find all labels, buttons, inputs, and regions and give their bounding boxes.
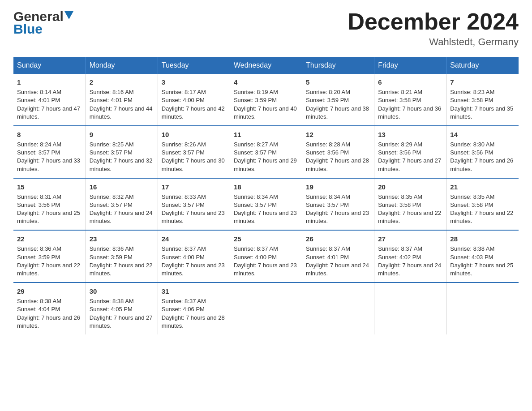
sunrise-label: Sunrise: 8:37 AM: [234, 245, 278, 252]
table-row: 4Sunrise: 8:19 AMSunset: 3:59 PMDaylight…: [230, 74, 302, 126]
sunset-label: Sunset: 3:58 PM: [450, 97, 493, 103]
sunset-label: Sunset: 3:57 PM: [90, 149, 133, 156]
sunrise-label: Sunrise: 8:20 AM: [306, 89, 350, 95]
table-row: 23Sunrise: 8:36 AMSunset: 3:59 PMDayligh…: [86, 230, 158, 283]
daylight-label: Daylight: 7 hours and 47 minutes.: [17, 105, 80, 120]
col-sunday: Sunday: [13, 57, 86, 74]
sunset-label: Sunset: 4:01 PM: [306, 254, 349, 261]
logo-arrow-icon: [64, 11, 73, 20]
sunrise-label: Sunrise: 8:31 AM: [17, 193, 61, 200]
sunset-label: Sunset: 3:59 PM: [306, 97, 349, 103]
svg-marker-0: [64, 11, 73, 19]
sunset-label: Sunset: 3:58 PM: [378, 97, 421, 103]
day-number: 12: [306, 130, 370, 139]
col-monday: Monday: [86, 57, 158, 74]
logo: General Blue: [13, 9, 73, 37]
sunrise-label: Sunrise: 8:26 AM: [162, 141, 206, 148]
calendar-week-1: 1Sunrise: 8:14 AMSunset: 4:01 PMDaylight…: [13, 74, 519, 126]
daylight-label: Daylight: 7 hours and 27 minutes.: [90, 314, 153, 329]
sunset-label: Sunset: 3:56 PM: [306, 149, 349, 156]
day-number: 18: [234, 182, 298, 192]
sunset-label: Sunset: 4:00 PM: [234, 254, 277, 261]
daylight-label: Daylight: 7 hours and 23 minutes.: [306, 210, 369, 224]
table-row: 16Sunrise: 8:32 AMSunset: 3:57 PMDayligh…: [86, 178, 158, 231]
logo-blue-text: Blue: [13, 21, 43, 37]
daylight-label: Daylight: 7 hours and 23 minutes.: [162, 210, 225, 224]
table-row: 18Sunrise: 8:34 AMSunset: 3:57 PMDayligh…: [230, 178, 302, 231]
sunrise-label: Sunrise: 8:37 AM: [162, 245, 206, 252]
sunrise-label: Sunrise: 8:25 AM: [90, 141, 134, 148]
table-row: 10Sunrise: 8:26 AMSunset: 3:57 PMDayligh…: [158, 126, 230, 178]
day-number: 13: [378, 130, 442, 139]
day-number: 15: [17, 182, 82, 192]
sunrise-label: Sunrise: 8:24 AM: [17, 141, 61, 148]
sunrise-label: Sunrise: 8:17 AM: [162, 89, 206, 95]
daylight-label: Daylight: 7 hours and 24 minutes.: [378, 262, 441, 277]
daylight-label: Daylight: 7 hours and 40 minutes.: [234, 105, 297, 120]
table-row: [374, 283, 446, 334]
calendar-week-4: 22Sunrise: 8:36 AMSunset: 3:59 PMDayligh…: [13, 230, 519, 283]
day-number: 23: [90, 234, 154, 244]
sunrise-label: Sunrise: 8:29 AM: [378, 141, 422, 148]
sunrise-label: Sunrise: 8:21 AM: [378, 89, 422, 95]
daylight-label: Daylight: 7 hours and 25 minutes.: [17, 210, 80, 224]
day-number: 31: [162, 287, 226, 296]
table-row: 29Sunrise: 8:38 AMSunset: 4:04 PMDayligh…: [13, 283, 86, 334]
sunrise-label: Sunrise: 8:37 AM: [306, 245, 350, 252]
sunset-label: Sunset: 3:56 PM: [17, 201, 60, 208]
sunrise-label: Sunrise: 8:23 AM: [450, 89, 494, 95]
daylight-label: Daylight: 7 hours and 33 minutes.: [17, 157, 80, 172]
sunset-label: Sunset: 3:59 PM: [90, 254, 133, 261]
sunset-label: Sunset: 3:56 PM: [378, 149, 421, 156]
day-number: 29: [17, 287, 82, 296]
day-number: 5: [306, 77, 370, 87]
col-thursday: Thursday: [302, 57, 374, 74]
day-number: 26: [306, 234, 370, 244]
daylight-label: Daylight: 7 hours and 28 minutes.: [162, 314, 225, 329]
daylight-label: Daylight: 7 hours and 22 minutes.: [17, 262, 80, 277]
daylight-label: Daylight: 7 hours and 22 minutes.: [378, 210, 441, 224]
sunrise-label: Sunrise: 8:30 AM: [450, 141, 494, 148]
sunset-label: Sunset: 4:00 PM: [162, 97, 205, 103]
sunset-label: Sunset: 3:57 PM: [234, 201, 277, 208]
sunset-label: Sunset: 3:57 PM: [17, 149, 60, 156]
day-number: 16: [90, 182, 154, 192]
day-number: 25: [234, 234, 298, 244]
table-row: 9Sunrise: 8:25 AMSunset: 3:57 PMDaylight…: [86, 126, 158, 178]
daylight-label: Daylight: 7 hours and 24 minutes.: [306, 262, 369, 277]
sunset-label: Sunset: 4:01 PM: [90, 97, 133, 103]
daylight-label: Daylight: 7 hours and 35 minutes.: [450, 105, 513, 120]
day-number: 20: [378, 182, 442, 192]
sunrise-label: Sunrise: 8:35 AM: [450, 193, 494, 200]
calendar-week-3: 15Sunrise: 8:31 AMSunset: 3:56 PMDayligh…: [13, 178, 519, 231]
daylight-label: Daylight: 7 hours and 23 minutes.: [234, 262, 297, 277]
table-row: 15Sunrise: 8:31 AMSunset: 3:56 PMDayligh…: [13, 178, 86, 231]
day-number: 22: [17, 234, 82, 244]
day-number: 9: [90, 130, 154, 139]
day-number: 30: [90, 287, 154, 296]
month-title: December 2024: [348, 9, 519, 34]
sunset-label: Sunset: 4:06 PM: [162, 306, 205, 313]
table-row: 11Sunrise: 8:27 AMSunset: 3:57 PMDayligh…: [230, 126, 302, 178]
page-header: General Blue December 2024 Wahlstedt, Ge…: [13, 9, 519, 48]
daylight-label: Daylight: 7 hours and 44 minutes.: [90, 105, 153, 120]
daylight-label: Daylight: 7 hours and 22 minutes.: [90, 262, 153, 277]
table-row: 5Sunrise: 8:20 AMSunset: 3:59 PMDaylight…: [302, 74, 374, 126]
day-number: 8: [17, 130, 82, 139]
sunset-label: Sunset: 3:57 PM: [162, 149, 205, 156]
table-row: 12Sunrise: 8:28 AMSunset: 3:56 PMDayligh…: [302, 126, 374, 178]
sunrise-label: Sunrise: 8:37 AM: [378, 245, 422, 252]
table-row: 27Sunrise: 8:37 AMSunset: 4:02 PMDayligh…: [374, 230, 446, 283]
sunrise-label: Sunrise: 8:34 AM: [306, 193, 350, 200]
sunrise-label: Sunrise: 8:33 AM: [162, 193, 206, 200]
day-number: 11: [234, 130, 298, 139]
col-friday: Friday: [374, 57, 446, 74]
sunrise-label: Sunrise: 8:37 AM: [162, 298, 206, 304]
title-section: December 2024 Wahlstedt, Germany: [348, 9, 519, 48]
table-row: [302, 283, 374, 334]
daylight-label: Daylight: 7 hours and 24 minutes.: [90, 210, 153, 224]
table-row: 6Sunrise: 8:21 AMSunset: 3:58 PMDaylight…: [374, 74, 446, 126]
sunset-label: Sunset: 3:57 PM: [162, 201, 205, 208]
sunrise-label: Sunrise: 8:38 AM: [450, 245, 494, 252]
day-number: 4: [234, 77, 298, 87]
